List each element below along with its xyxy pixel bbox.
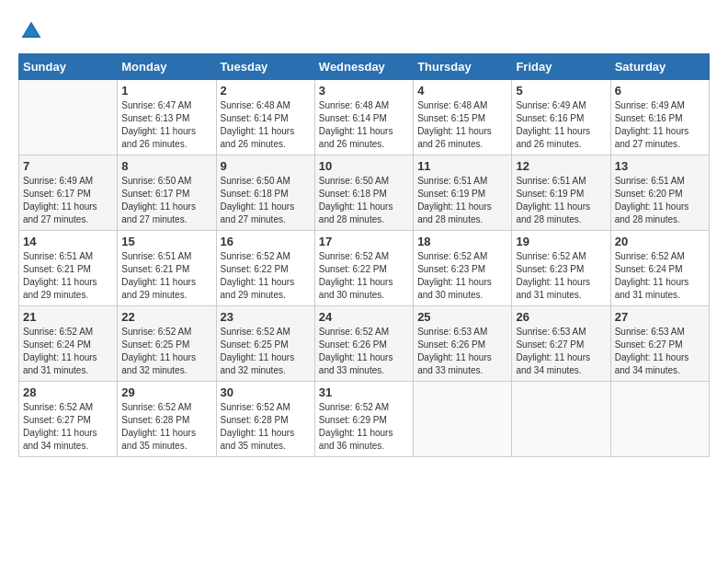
column-header-sunday: Sunday [19, 54, 118, 80]
day-info: Sunrise: 6:52 AMSunset: 6:25 PMDaylight:… [121, 326, 211, 377]
calendar-table: SundayMondayTuesdayWednesdayThursdayFrid… [18, 53, 710, 457]
day-info: Sunrise: 6:52 AMSunset: 6:27 PMDaylight:… [23, 401, 113, 453]
day-number: 24 [319, 310, 409, 324]
day-info: Sunrise: 6:53 AMSunset: 6:27 PMDaylight:… [516, 326, 606, 377]
day-number: 28 [23, 385, 113, 399]
day-number: 21 [23, 310, 113, 324]
calendar-cell: 31Sunrise: 6:52 AMSunset: 6:29 PMDayligh… [314, 382, 413, 457]
day-info: Sunrise: 6:52 AMSunset: 6:25 PMDaylight:… [221, 326, 311, 377]
calendar-cell [19, 80, 118, 155]
day-info: Sunrise: 6:49 AMSunset: 6:16 PMDaylight:… [516, 99, 606, 151]
day-info: Sunrise: 6:48 AMSunset: 6:15 PMDaylight:… [417, 99, 507, 151]
calendar-cell: 15Sunrise: 6:51 AMSunset: 6:21 PMDayligh… [118, 231, 216, 306]
calendar-cell: 28Sunrise: 6:52 AMSunset: 6:27 PMDayligh… [19, 382, 118, 457]
day-info: Sunrise: 6:48 AMSunset: 6:14 PMDaylight:… [221, 99, 311, 151]
day-number: 22 [121, 310, 211, 324]
column-header-friday: Friday [512, 54, 610, 80]
column-header-saturday: Saturday [610, 54, 709, 80]
column-header-thursday: Thursday [414, 54, 512, 80]
day-info: Sunrise: 6:51 AMSunset: 6:19 PMDaylight:… [516, 175, 606, 226]
calendar-cell: 19Sunrise: 6:52 AMSunset: 6:23 PMDayligh… [512, 231, 610, 306]
day-number: 13 [615, 159, 705, 173]
day-info: Sunrise: 6:52 AMSunset: 6:23 PMDaylight:… [417, 250, 507, 302]
calendar-cell [610, 382, 709, 457]
calendar-cell: 5Sunrise: 6:49 AMSunset: 6:16 PMDaylight… [512, 80, 610, 155]
day-info: Sunrise: 6:50 AMSunset: 6:17 PMDaylight:… [121, 175, 211, 226]
column-header-wednesday: Wednesday [314, 54, 413, 80]
calendar-cell: 12Sunrise: 6:51 AMSunset: 6:19 PMDayligh… [512, 155, 610, 231]
calendar-cell: 11Sunrise: 6:51 AMSunset: 6:19 PMDayligh… [414, 155, 512, 231]
calendar-cell: 16Sunrise: 6:52 AMSunset: 6:22 PMDayligh… [216, 231, 314, 306]
calendar-cell: 23Sunrise: 6:52 AMSunset: 6:25 PMDayligh… [216, 306, 314, 382]
day-number: 18 [417, 235, 507, 248]
day-number: 15 [121, 235, 211, 248]
calendar-cell: 9Sunrise: 6:50 AMSunset: 6:18 PMDaylight… [216, 155, 314, 231]
day-number: 11 [417, 159, 507, 173]
day-number: 14 [23, 235, 113, 248]
calendar-cell: 17Sunrise: 6:52 AMSunset: 6:22 PMDayligh… [314, 231, 413, 306]
day-info: Sunrise: 6:47 AMSunset: 6:13 PMDaylight:… [121, 99, 211, 151]
day-number: 12 [516, 159, 606, 173]
calendar-week-5: 28Sunrise: 6:52 AMSunset: 6:27 PMDayligh… [19, 382, 710, 457]
calendar-week-1: 1Sunrise: 6:47 AMSunset: 6:13 PMDaylight… [19, 80, 710, 155]
day-number: 4 [417, 84, 507, 98]
day-number: 6 [615, 84, 705, 98]
day-number: 20 [615, 235, 705, 248]
day-number: 10 [319, 159, 409, 173]
calendar-cell [414, 382, 512, 457]
day-info: Sunrise: 6:52 AMSunset: 6:23 PMDaylight:… [516, 250, 606, 302]
calendar-cell: 8Sunrise: 6:50 AMSunset: 6:17 PMDaylight… [118, 155, 216, 231]
calendar-cell: 25Sunrise: 6:53 AMSunset: 6:26 PMDayligh… [414, 306, 512, 382]
day-info: Sunrise: 6:52 AMSunset: 6:22 PMDaylight:… [221, 250, 311, 302]
logo-icon [18, 18, 44, 44]
day-info: Sunrise: 6:52 AMSunset: 6:24 PMDaylight:… [23, 326, 113, 377]
calendar-cell: 18Sunrise: 6:52 AMSunset: 6:23 PMDayligh… [414, 231, 512, 306]
calendar-week-4: 21Sunrise: 6:52 AMSunset: 6:24 PMDayligh… [19, 306, 710, 382]
day-info: Sunrise: 6:50 AMSunset: 6:18 PMDaylight:… [221, 175, 311, 226]
day-info: Sunrise: 6:51 AMSunset: 6:21 PMDaylight:… [121, 250, 211, 302]
day-info: Sunrise: 6:52 AMSunset: 6:24 PMDaylight:… [615, 250, 705, 302]
calendar-cell: 27Sunrise: 6:53 AMSunset: 6:27 PMDayligh… [610, 306, 709, 382]
day-info: Sunrise: 6:52 AMSunset: 6:28 PMDaylight:… [121, 401, 211, 453]
day-number: 29 [121, 385, 211, 399]
calendar-cell: 20Sunrise: 6:52 AMSunset: 6:24 PMDayligh… [610, 231, 709, 306]
day-info: Sunrise: 6:53 AMSunset: 6:26 PMDaylight:… [417, 326, 507, 377]
day-number: 5 [516, 84, 606, 98]
calendar-week-3: 14Sunrise: 6:51 AMSunset: 6:21 PMDayligh… [19, 231, 710, 306]
calendar-cell [512, 382, 610, 457]
day-info: Sunrise: 6:48 AMSunset: 6:14 PMDaylight:… [319, 99, 409, 151]
day-number: 7 [23, 159, 113, 173]
calendar-cell: 22Sunrise: 6:52 AMSunset: 6:25 PMDayligh… [118, 306, 216, 382]
calendar-cell: 3Sunrise: 6:48 AMSunset: 6:14 PMDaylight… [314, 80, 413, 155]
day-number: 8 [121, 159, 211, 173]
day-info: Sunrise: 6:51 AMSunset: 6:20 PMDaylight:… [615, 175, 705, 226]
day-number: 3 [319, 84, 409, 98]
calendar-cell: 10Sunrise: 6:50 AMSunset: 6:18 PMDayligh… [314, 155, 413, 231]
day-number: 9 [221, 159, 311, 173]
day-number: 30 [221, 385, 311, 399]
day-info: Sunrise: 6:52 AMSunset: 6:22 PMDaylight:… [319, 250, 409, 302]
calendar-header-row: SundayMondayTuesdayWednesdayThursdayFrid… [19, 54, 710, 80]
column-header-monday: Monday [118, 54, 216, 80]
calendar-cell: 14Sunrise: 6:51 AMSunset: 6:21 PMDayligh… [19, 231, 118, 306]
calendar-cell: 2Sunrise: 6:48 AMSunset: 6:14 PMDaylight… [216, 80, 314, 155]
calendar-cell: 7Sunrise: 6:49 AMSunset: 6:17 PMDaylight… [19, 155, 118, 231]
day-number: 26 [516, 310, 606, 324]
day-number: 25 [417, 310, 507, 324]
day-info: Sunrise: 6:52 AMSunset: 6:28 PMDaylight:… [221, 401, 311, 453]
logo [18, 18, 48, 44]
calendar-body: 1Sunrise: 6:47 AMSunset: 6:13 PMDaylight… [19, 80, 710, 457]
day-number: 2 [221, 84, 311, 98]
calendar-cell: 26Sunrise: 6:53 AMSunset: 6:27 PMDayligh… [512, 306, 610, 382]
day-info: Sunrise: 6:53 AMSunset: 6:27 PMDaylight:… [615, 326, 705, 377]
day-number: 1 [121, 84, 211, 98]
column-header-tuesday: Tuesday [216, 54, 314, 80]
calendar-cell: 21Sunrise: 6:52 AMSunset: 6:24 PMDayligh… [19, 306, 118, 382]
day-number: 16 [221, 235, 311, 248]
calendar-cell: 6Sunrise: 6:49 AMSunset: 6:16 PMDaylight… [610, 80, 709, 155]
calendar-cell: 24Sunrise: 6:52 AMSunset: 6:26 PMDayligh… [314, 306, 413, 382]
calendar-cell: 13Sunrise: 6:51 AMSunset: 6:20 PMDayligh… [610, 155, 709, 231]
day-info: Sunrise: 6:51 AMSunset: 6:19 PMDaylight:… [417, 175, 507, 226]
day-number: 17 [319, 235, 409, 248]
header [18, 18, 710, 44]
